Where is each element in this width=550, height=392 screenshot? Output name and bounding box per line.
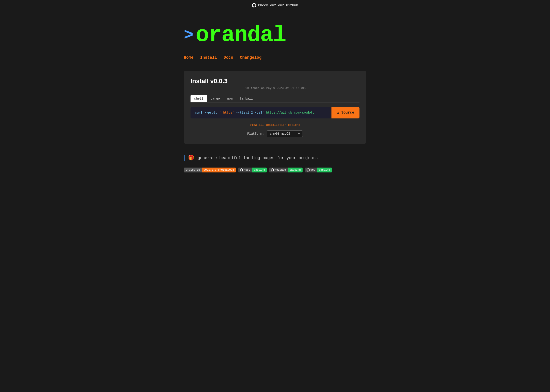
install-card: Install v0.0.3 Published on May 9 2023 a…: [184, 71, 366, 144]
badge-rust-left: Rust: [238, 168, 252, 172]
tab-cargo[interactable]: cargo: [207, 95, 223, 102]
source-button-label: Source: [341, 111, 354, 115]
tab-npm[interactable]: npm: [223, 95, 236, 102]
badges-row: crates.io v0.1.0-prerelease.8 Rust passi…: [184, 168, 366, 172]
github-icon-rust: [240, 168, 243, 172]
install-subtitle: Published on May 9 2023 at 01:15 UTC: [190, 86, 360, 90]
nav-home[interactable]: Home: [184, 55, 193, 60]
code-string-proto: '=https': [219, 111, 234, 114]
code-flag-tls: --tlsv1.2 -LsSf: [236, 111, 266, 114]
install-title: Install v0.0.3: [190, 77, 360, 85]
platform-label: Platform:: [247, 132, 264, 136]
badge-rust-status: passing: [252, 168, 267, 172]
badge-crates-left: crates.io: [184, 168, 202, 172]
github-icon-web: [307, 168, 310, 172]
top-bar: Check out our GitHub: [0, 0, 550, 11]
badge-web-status: passing: [317, 168, 332, 172]
tagline-emoji: 🎁: [188, 155, 194, 161]
code-flag-proto: --proto: [204, 111, 219, 114]
platform-row: Platform: arm64 macOS x86_64 macOS x86_6…: [190, 130, 360, 137]
badge-release-left: Release: [269, 168, 288, 172]
github-link-text: Check out our GitHub: [258, 4, 298, 7]
nav-docs[interactable]: Docs: [224, 55, 233, 60]
nav-changelog[interactable]: Changelog: [240, 55, 261, 60]
code-block-wrapper: curl --proto '=https' --tlsv1.2 -LsSf ht…: [190, 107, 360, 119]
tagline-text: generate beautiful landing pages for you…: [198, 156, 318, 160]
hero-title: orandal: [196, 24, 286, 46]
prompt-arrow: >: [184, 27, 193, 43]
github-icon-release: [271, 168, 274, 172]
code-url: https://github.com/axodotd: [266, 111, 314, 114]
code-block: curl --proto '=https' --tlsv1.2 -LsSf ht…: [190, 107, 331, 119]
badge-release: Release passing: [269, 168, 303, 172]
github-icon: [252, 3, 256, 7]
tab-tarball[interactable]: tarball: [236, 95, 256, 102]
tagline-section: 🎁 generate beautiful landing pages for y…: [184, 155, 366, 161]
badge-web-left: Web: [305, 168, 317, 172]
badge-crates: crates.io v0.1.0-prerelease.8: [184, 168, 236, 172]
github-link[interactable]: Check out our GitHub: [252, 3, 298, 7]
code-curl: curl: [195, 111, 203, 114]
install-tabs: shell cargo npm tarball: [190, 95, 360, 102]
hero-section: > orandal: [184, 24, 366, 46]
source-icon: ⚙: [337, 110, 339, 115]
platform-select[interactable]: arm64 macOS x86_64 macOS x86_64 Linux ar…: [267, 130, 303, 137]
view-options-link[interactable]: View all installation options: [250, 123, 300, 127]
badge-web: Web passing: [305, 168, 332, 172]
main-content: > orandal Home Install Docs Changelog In…: [175, 11, 375, 181]
view-options-section: View all installation options: [190, 123, 360, 127]
nav-install[interactable]: Install: [200, 55, 217, 60]
badge-release-status: passing: [288, 168, 302, 172]
badge-crates-right: v0.1.0-prerelease.8: [202, 168, 236, 172]
main-nav: Home Install Docs Changelog: [184, 55, 366, 60]
source-button[interactable]: ⚙ Source: [331, 107, 360, 119]
badge-rust: Rust passing: [238, 168, 267, 172]
tab-shell[interactable]: shell: [190, 95, 207, 102]
